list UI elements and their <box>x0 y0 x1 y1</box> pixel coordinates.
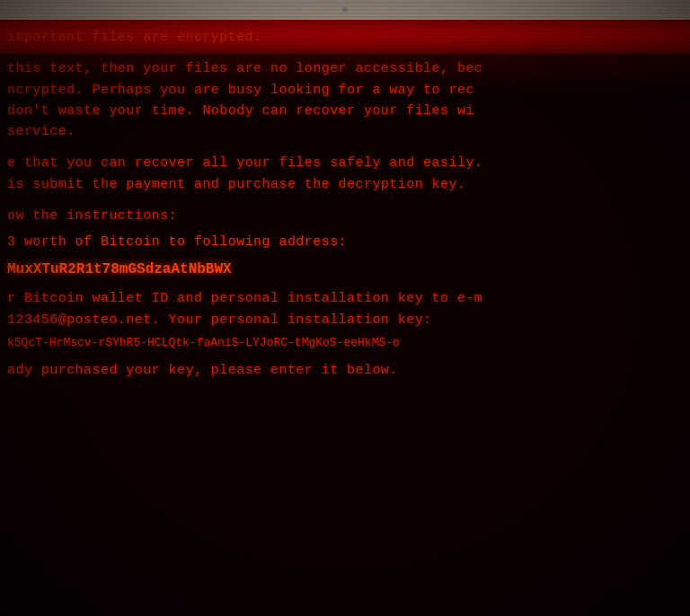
text-line-1: important files are encrypted. <box>7 27 672 48</box>
installation-key: k5QcT-HrMscv-rSYhR5-HCLQtk-faAniS-LYJoRC… <box>7 336 672 349</box>
spacer-6 <box>7 277 672 288</box>
laptop-bezel <box>0 0 690 20</box>
text-line-4: ncrypted. Perhaps you are busy looking f… <box>7 80 672 101</box>
camera-dot <box>342 7 348 13</box>
text-line-9: is submit the payment and purchase the d… <box>7 174 672 195</box>
text-line-8: e that you can recover all your files sa… <box>7 153 672 173</box>
spacer-2 <box>7 142 672 153</box>
spacer-1 <box>7 48 672 58</box>
ransomware-content: important files are encrypted. this text… <box>0 20 690 616</box>
text-line-3: this text, then your files are no longer… <box>7 58 672 79</box>
text-line-17: r Bitcoin wallet ID and personal install… <box>7 288 672 309</box>
text-line-22: ady purchased your key, please enter it … <box>7 360 672 381</box>
text-line-11: ow the instructions: <box>7 206 672 226</box>
spacer-8 <box>7 349 672 360</box>
screen: important files are encrypted. this text… <box>0 0 690 616</box>
text-line-18: 123456@posteo.net. Your personal install… <box>7 310 672 330</box>
spacer-3 <box>7 195 672 206</box>
text-line-5: don't waste your time. Nobody can recove… <box>7 101 672 121</box>
text-line-6: service. <box>7 121 672 142</box>
spacer-5 <box>7 252 672 258</box>
bitcoin-address: MuxXTuR2R1t78mGSdzaAtNbBWX <box>7 261 672 277</box>
text-line-13: 3 worth of Bitcoin to following address: <box>7 232 672 252</box>
